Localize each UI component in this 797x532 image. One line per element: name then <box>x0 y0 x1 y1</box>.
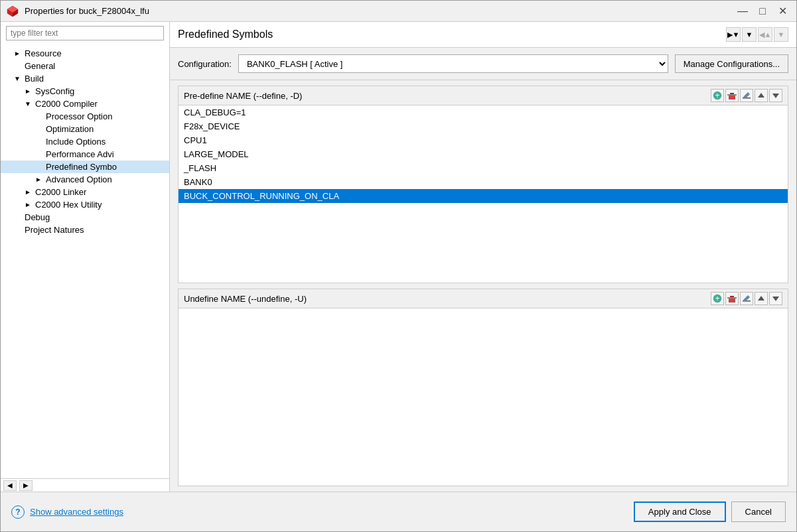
undefine-up-button[interactable] <box>755 292 768 305</box>
expand-icon: ▼ <box>14 75 22 82</box>
predefine-edit-button[interactable] <box>740 89 753 102</box>
sidebar-item-c2000hexutility[interactable]: ► C2000 Hex Utility <box>1 198 169 211</box>
advanced-settings-link[interactable]: Show advanced settings <box>30 507 123 517</box>
symbol-item[interactable]: CLA_DEBUG=1 <box>179 105 788 119</box>
predefine-up-button[interactable] <box>755 89 768 102</box>
sidebar-item-label: C2000 Linker <box>35 187 86 197</box>
sidebar: ► Resource General ▼ Build ► SysConfig <box>1 22 170 492</box>
config-label: Configuration: <box>178 59 232 69</box>
svg-rect-8 <box>727 94 737 96</box>
predefine-add-button[interactable]: + <box>711 89 724 102</box>
symbol-item[interactable]: BANK0 <box>179 175 788 189</box>
predefine-delete-button[interactable] <box>725 89 739 102</box>
sidebar-item-label: C2000 Hex Utility <box>35 200 102 210</box>
window-controls: — □ ✕ <box>734 5 791 18</box>
right-panel: Predefined Symbols ▶▼ ▼ ◀▲ ▼ Configurati… <box>170 22 796 492</box>
spacer-icon <box>35 151 43 158</box>
sidebar-item-sysconfig[interactable]: ► SysConfig <box>1 85 169 98</box>
filter-input[interactable] <box>6 26 164 40</box>
sidebar-item-label: Debug <box>25 212 50 222</box>
sidebar-item-advancedoption[interactable]: ► Advanced Option <box>1 173 169 186</box>
window-title: Properties for buck_F28004x_lfu <box>25 6 734 16</box>
nav-dropdown-forward[interactable]: ▼ <box>774 27 788 42</box>
bottom-left: ? Show advanced settings <box>11 505 123 519</box>
sidebar-item-label: C2000 Compiler <box>35 99 98 109</box>
sidebar-item-c2000linker[interactable]: ► C2000 Linker <box>1 186 169 198</box>
sidebar-item-label: Optimization <box>46 124 94 134</box>
sidebar-item-label: Performance Advi <box>46 149 114 159</box>
spacer-icon <box>35 138 43 145</box>
symbols-area: Pre-define NAME (--define, -D) + <box>170 80 796 492</box>
nav-dropdown-back[interactable]: ▼ <box>742 27 757 42</box>
minimize-button[interactable]: — <box>734 5 751 18</box>
title-bar: Properties for buck_F28004x_lfu — □ ✕ <box>1 1 796 22</box>
sidebar-item-resource[interactable]: ► Resource <box>1 47 169 60</box>
expand-icon: ► <box>25 88 33 95</box>
symbol-item[interactable]: LARGE_MODEL <box>179 147 788 161</box>
sidebar-bottom: ◀ ▶ <box>1 478 169 492</box>
sidebar-item-label: Project Natures <box>25 225 84 235</box>
symbol-item[interactable]: CPU1 <box>179 133 788 147</box>
sidebar-item-projectnatures[interactable]: Project Natures <box>1 224 169 236</box>
sidebar-item-build[interactable]: ▼ Build <box>1 72 169 85</box>
undefine-add-button[interactable]: + <box>711 292 724 305</box>
tree-area: ► Resource General ▼ Build ► SysConfig <box>1 44 169 478</box>
predefine-panel: Pre-define NAME (--define, -D) + <box>178 86 788 283</box>
config-row: Configuration: BANK0_FLASH [ Active ] Ma… <box>170 48 796 80</box>
sidebar-item-label: Include Options <box>46 137 106 147</box>
svg-rect-18 <box>743 300 751 302</box>
undefine-title: Undefine NAME (--undefine, -U) <box>184 294 307 304</box>
sidebar-item-includeoptions[interactable]: Include Options <box>1 135 169 148</box>
apply-and-close-button[interactable]: Apply and Close <box>634 501 726 522</box>
main-window: Properties for buck_F28004x_lfu — □ ✕ ► … <box>0 0 797 532</box>
sidebar-item-general[interactable]: General <box>1 60 169 72</box>
symbol-item[interactable]: F28x_DEVICE <box>179 119 788 133</box>
expand-icon: ► <box>25 201 33 208</box>
sidebar-item-processoroption[interactable]: Processor Option <box>1 110 169 123</box>
sidebar-scroll-right[interactable]: ▶ <box>19 480 33 491</box>
sidebar-item-label: SysConfig <box>35 86 74 96</box>
sidebar-item-optimization[interactable]: Optimization <box>1 123 169 135</box>
predefine-actions: + <box>711 89 782 102</box>
undefine-edit-button[interactable] <box>740 292 753 305</box>
svg-marker-21 <box>772 297 779 301</box>
config-select[interactable]: BANK0_FLASH [ Active ] <box>238 54 668 73</box>
predefine-title: Pre-define NAME (--define, -D) <box>184 91 302 101</box>
svg-rect-7 <box>730 93 734 94</box>
sidebar-item-label: Build <box>25 74 44 84</box>
nav-forward-button[interactable]: ◀▲ <box>758 27 772 42</box>
nav-back-button[interactable]: ▶▼ <box>726 27 741 42</box>
svg-rect-9 <box>743 98 751 99</box>
predefine-down-button[interactable] <box>769 89 782 102</box>
manage-configurations-button[interactable]: Manage Configurations... <box>675 54 788 73</box>
svg-marker-20 <box>758 296 764 300</box>
expand-icon: ► <box>25 188 33 196</box>
bottom-bar: ? Show advanced settings Apply and Close… <box>1 492 796 531</box>
main-content: ► Resource General ▼ Build ► SysConfig <box>1 22 796 492</box>
sidebar-item-label: General <box>25 61 55 71</box>
spacer-icon <box>14 62 22 70</box>
spacer-icon <box>35 113 43 120</box>
sidebar-item-debug[interactable]: Debug <box>1 211 169 224</box>
sidebar-item-label: Predefined Symbo <box>46 162 117 172</box>
predefine-list: CLA_DEBUG=1 F28x_DEVICE CPU1 LARGE_MODEL… <box>179 105 788 283</box>
maximize-button[interactable]: □ <box>754 5 771 18</box>
sidebar-item-performanceadvi[interactable]: Performance Advi <box>1 148 169 161</box>
sidebar-item-predefinedsymbo[interactable]: Predefined Symbo <box>1 161 169 173</box>
close-button[interactable]: ✕ <box>774 5 791 18</box>
symbol-item[interactable]: _FLASH <box>179 161 788 175</box>
svg-rect-16 <box>730 296 734 297</box>
svg-text:+: + <box>715 91 719 100</box>
symbol-item-selected[interactable]: BUCK_CONTROL_RUNNING_ON_CLA <box>179 189 788 203</box>
sidebar-scroll-left[interactable]: ◀ <box>3 480 17 491</box>
cancel-button[interactable]: Cancel <box>731 501 786 522</box>
spacer-icon <box>14 226 22 233</box>
help-icon[interactable]: ? <box>11 505 25 519</box>
panel-nav-buttons: ▶▼ ▼ ◀▲ ▼ <box>726 27 788 42</box>
undefine-down-button[interactable] <box>769 292 782 305</box>
undefine-delete-button[interactable] <box>725 292 739 305</box>
expand-icon: ▼ <box>25 100 33 107</box>
sidebar-item-c2000compiler[interactable]: ▼ C2000 Compiler <box>1 98 169 110</box>
svg-rect-17 <box>727 297 737 299</box>
sidebar-item-label: Processor Option <box>46 111 112 121</box>
